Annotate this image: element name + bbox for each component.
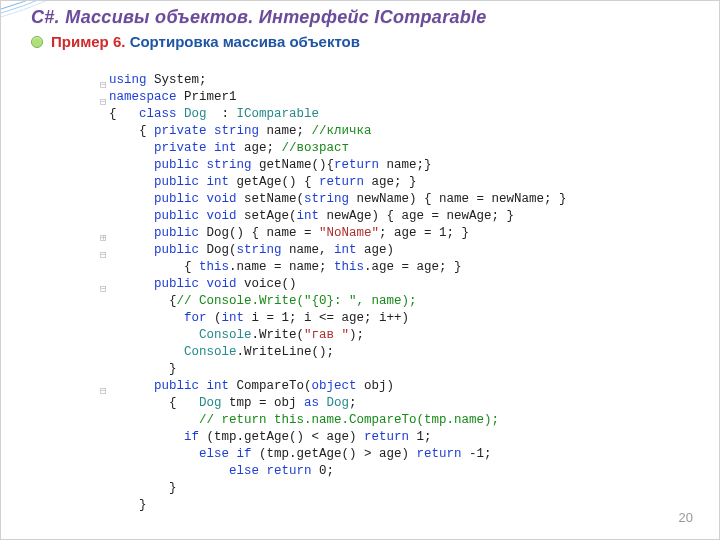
page-number: 20 bbox=[679, 510, 693, 525]
code-block: using System; namespace Primer1 { class … bbox=[109, 72, 567, 514]
bullet-prefix: Пример 6. bbox=[51, 33, 130, 50]
bullet-dot-icon bbox=[31, 36, 43, 48]
bullet-example-6: Пример 6. Сортировка массива объектов bbox=[31, 33, 360, 50]
slide-title: С#. Массивы объектов. Интерфейс ICompara… bbox=[31, 7, 487, 28]
bullet-text: Сортировка массива объектов bbox=[130, 33, 360, 50]
fold-gutter: ⊟ ⊟ ⊞ ⊟ ⊟ ⊟ bbox=[100, 59, 107, 518]
